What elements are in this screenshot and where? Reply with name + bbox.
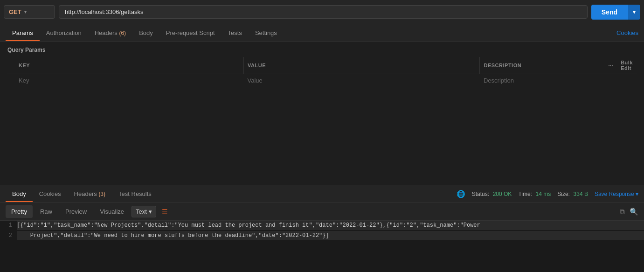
send-btn-group: Send ▾ <box>591 5 640 20</box>
tab-body[interactable]: Body <box>132 25 159 41</box>
col-key: KEY <box>7 57 244 74</box>
format-tab-raw[interactable]: Raw <box>35 205 58 218</box>
time-label: Time: 14 ms <box>518 190 551 197</box>
code-area: 1 [{"id":"1","task_name":"New Projects",… <box>0 221 644 272</box>
format-tabs: Pretty Raw Preview Visualize Text ▾ ☰ ⧉ … <box>0 203 644 221</box>
tab-authorization[interactable]: Authorization <box>40 25 88 41</box>
tab-response-headers[interactable]: Headers (3) <box>68 186 112 202</box>
col-value: VALUE <box>244 57 480 74</box>
col-description: DESCRIPTION <box>480 57 605 74</box>
copy-button[interactable]: ⧉ <box>620 208 625 216</box>
response-section: Body Cookies Headers (3) Test Results 🌐 … <box>0 185 644 272</box>
status-value: 200 OK <box>493 191 512 197</box>
size-label: Size: 334 B <box>557 190 588 197</box>
code-content-2: Project","detail":"We need to hire more … <box>17 231 644 240</box>
size-value: 334 B <box>574 191 588 197</box>
method-select[interactable]: GET ▾ <box>4 5 55 19</box>
value-input-placeholder[interactable]: Value <box>244 74 480 87</box>
url-input[interactable] <box>59 5 588 19</box>
code-line-1: 1 [{"id":"1","task_name":"New Projects",… <box>0 221 644 231</box>
request-tabs: Params Authorization Headers (6) Body Pr… <box>0 24 644 42</box>
send-dropdown-button[interactable]: ▾ <box>628 5 640 20</box>
key-input-placeholder[interactable]: Key <box>7 74 244 87</box>
params-row-empty: Key Value Description <box>7 74 637 87</box>
params-section: Query Params KEY VALUE DESCRIPTION ··· B… <box>0 42 644 87</box>
cookies-link[interactable]: Cookies <box>616 29 638 36</box>
tab-test-results[interactable]: Test Results <box>112 186 158 202</box>
params-table: KEY VALUE DESCRIPTION ··· Bulk Edit Key … <box>7 57 637 87</box>
query-params-label: Query Params <box>7 47 637 53</box>
tab-response-body[interactable]: Body <box>6 186 33 202</box>
more-options[interactable]: ··· <box>604 57 617 74</box>
format-tab-preview[interactable]: Preview <box>60 205 92 218</box>
code-line-2: 2 Project","detail":"We need to hire mor… <box>0 231 644 241</box>
method-label: GET <box>9 8 21 15</box>
desc-input-placeholder[interactable]: Description <box>480 74 605 87</box>
response-headers-badge: (3) <box>98 191 105 197</box>
tab-response-cookies[interactable]: Cookies <box>33 186 68 202</box>
tab-tests[interactable]: Tests <box>222 25 249 41</box>
line-number-1: 1 <box>0 221 17 230</box>
format-tab-pretty[interactable]: Pretty <box>6 205 33 218</box>
search-button[interactable]: 🔍 <box>630 208 638 216</box>
code-content-1: [{"id":"1","task_name":"New Projects","d… <box>17 221 644 230</box>
method-chevron-icon: ▾ <box>24 9 27 14</box>
format-tab-visualize[interactable]: Visualize <box>94 205 130 218</box>
tab-headers[interactable]: Headers (6) <box>88 25 132 41</box>
save-response-button[interactable]: Save Response ▾ <box>595 191 638 197</box>
globe-icon: 🌐 <box>457 190 465 198</box>
filter-icon[interactable]: ☰ <box>162 208 168 216</box>
top-bar: GET ▾ Send ▾ <box>0 0 644 24</box>
headers-badge: (6) <box>119 30 126 36</box>
tab-params[interactable]: Params <box>6 25 40 41</box>
tab-settings[interactable]: Settings <box>249 25 284 41</box>
right-icons: ⧉ 🔍 <box>620 208 638 216</box>
text-dropdown[interactable]: Text ▾ <box>132 206 156 217</box>
line-number-2: 2 <box>0 231 17 240</box>
bulk-edit-button[interactable]: Bulk Edit <box>617 57 637 74</box>
time-value: 14 ms <box>536 191 551 197</box>
status-bar: 🌐 Status: 200 OK Time: 14 ms Size: 334 B… <box>457 190 638 198</box>
send-button[interactable]: Send <box>591 5 628 20</box>
status-label: Status: 200 OK <box>472 190 512 197</box>
tab-prerequest[interactable]: Pre-request Script <box>159 25 222 41</box>
response-tabs: Body Cookies Headers (3) Test Results 🌐 … <box>0 185 644 203</box>
text-dropdown-chevron: ▾ <box>149 208 152 215</box>
